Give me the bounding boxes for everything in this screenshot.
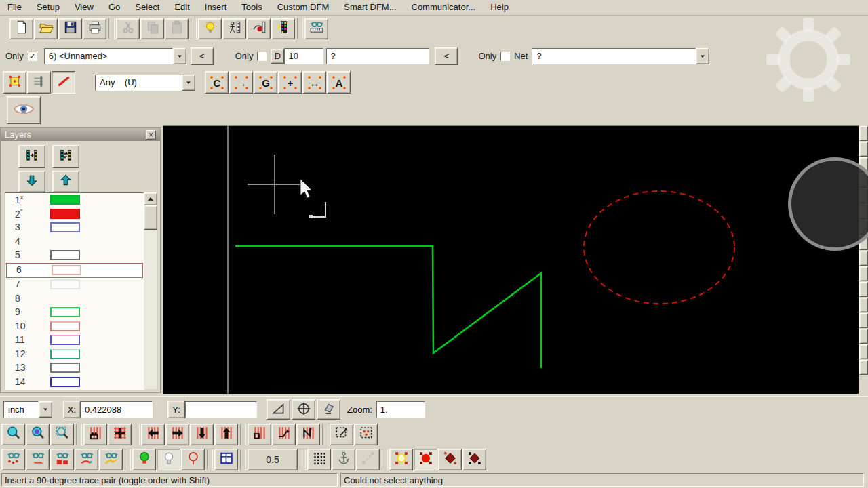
layer-row-9[interactable]: 9 [5,306,144,320]
layer-lines-button[interactable] [27,71,51,94]
layer-row-6[interactable]: 6 [6,263,143,279]
measure-object-button[interactable] [50,449,74,470]
design-canvas[interactable] [163,125,859,394]
snap-path-button[interactable] [356,449,380,470]
dcode-input[interactable]: 10 [284,48,323,64]
layer-row-1[interactable]: 1x [5,193,144,207]
layer-color-swatch[interactable] [50,222,80,232]
menu-item-go[interactable]: Go [101,0,127,15]
measure-edge-button[interactable] [26,449,50,470]
side-toolbar-button[interactable] [859,173,868,188]
board-route-button[interactable] [272,424,296,445]
menu-item-select[interactable]: Select [127,0,167,15]
zoom-select-button[interactable] [50,424,74,445]
snap-grid-button[interactable] [414,449,437,470]
save-button[interactable] [58,18,82,39]
new-file-button[interactable] [9,18,33,39]
side-toolbar-button[interactable] [859,142,868,157]
component-view-button[interactable] [222,18,246,39]
layer-color-swatch[interactable] [50,363,80,373]
view-grid-button[interactable] [108,424,132,445]
side-toolbar-button[interactable] [859,188,868,203]
zoom-window-button[interactable] [1,424,25,445]
layer-color-swatch[interactable] [50,209,80,219]
layer-row-10[interactable]: 10 [5,320,144,334]
layer-row-3[interactable]: 3 [5,221,144,235]
side-toolbar-button[interactable] [859,204,868,219]
menu-item-view[interactable]: View [67,0,101,15]
y-coordinate-input[interactable] [185,401,257,418]
net-combo[interactable]: ? [532,48,709,64]
move-layer-up-button[interactable] [52,171,79,192]
menu-item-edit[interactable]: Edit [167,0,197,15]
x-coordinate-input[interactable]: 0.422088 [81,401,153,418]
layer-color-swatch[interactable] [50,349,80,359]
side-toolbar-button[interactable] [859,220,868,235]
copy-layer-button[interactable] [18,145,45,168]
side-toolbar-button[interactable] [859,235,868,250]
layer-row-12[interactable]: 12 [5,348,144,362]
scroll-up-icon[interactable] [144,192,157,205]
anchor-button[interactable] [332,449,355,470]
layer-combo[interactable]: 6) <Unnamed> [44,48,186,64]
side-toolbar-button[interactable] [859,251,868,266]
pan-right-button[interactable] [165,424,189,445]
pan-left-button[interactable] [141,424,165,445]
menu-item-help[interactable]: Help [483,0,516,15]
pan-up-button[interactable] [214,424,238,445]
measure-point-button[interactable] [1,449,25,470]
insert-gerber-button[interactable]: G [254,71,277,94]
select-elements-button[interactable] [354,424,378,445]
aperture-table-button[interactable] [214,449,238,470]
menu-item-smart-dfm[interactable]: Smart DFM... [336,0,403,15]
layer-color-swatch[interactable] [52,265,81,275]
prev-dcode-button[interactable]: < [435,47,458,65]
layer-row-14[interactable]: 14 [5,375,144,390]
dcode-query-input[interactable]: ? [326,48,429,64]
menu-item-insert[interactable]: Insert [197,0,235,15]
zoom-input[interactable]: 1. [376,401,425,418]
layer-table-button[interactable] [271,18,295,39]
highlight-off-button[interactable] [157,449,180,470]
move-layer-down-button[interactable] [18,171,45,192]
relative-angle-button[interactable] [267,399,290,420]
layer-color-swatch[interactable] [50,377,80,387]
side-toolbar-button[interactable] [859,313,868,328]
highlight-on-button[interactable] [132,449,156,470]
layers-scrollbar[interactable] [144,192,157,389]
menu-item-custom-dfm[interactable]: Custom DFM [270,0,337,15]
zoom-in-button[interactable] [26,424,50,445]
open-file-button[interactable] [34,18,58,39]
menu-item-communicator[interactable]: Communicator... [404,0,484,15]
apply-coords-button[interactable] [317,399,340,420]
chevron-down-icon[interactable] [182,75,195,91]
grid-size-button[interactable]: 0.5 [248,449,298,470]
pan-down-button[interactable] [190,424,214,445]
board-net-button[interactable] [296,424,320,445]
select-window-button[interactable] [330,424,353,445]
layer-color-swatch[interactable] [50,321,80,331]
side-toolbar-button[interactable] [859,298,868,312]
measure-setup-button[interactable] [304,18,328,39]
copy-button[interactable] [140,18,164,39]
grid-dots-button[interactable] [307,449,331,470]
layer-color-swatch[interactable] [50,279,80,289]
visibility-button[interactable] [7,96,41,124]
layer-row-8[interactable]: 8 [5,292,144,306]
unit-combo[interactable]: inch [3,401,52,418]
print-button[interactable] [83,18,106,39]
only-net-checkbox[interactable] [500,52,510,61]
snap-bright-button[interactable] [389,449,413,470]
mode-combo[interactable]: Any (U) [95,75,195,91]
side-toolbar-button[interactable] [859,282,868,297]
swap-layer-button[interactable] [52,145,79,168]
only-layer-checkbox[interactable]: ✓ [28,52,37,61]
layer-color-swatch[interactable] [50,335,80,345]
measure-net-button[interactable] [99,449,123,470]
side-toolbar-button[interactable] [859,266,868,281]
menu-item-file[interactable]: File [0,0,29,15]
prev-layer-button[interactable]: < [191,47,214,65]
insert-pad-button[interactable]: + [278,71,302,94]
layer-color-swatch[interactable] [50,307,80,317]
menu-item-setup[interactable]: Setup [29,0,67,15]
